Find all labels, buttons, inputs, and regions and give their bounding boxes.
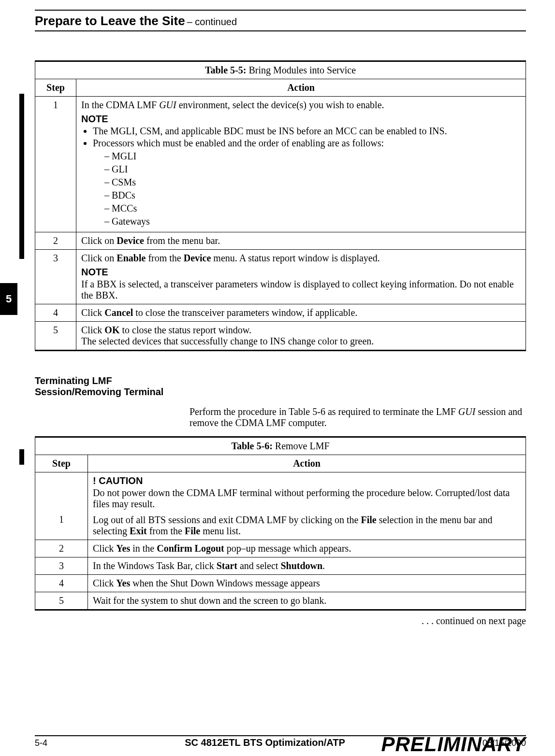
text: GUI xyxy=(159,100,176,110)
page-title-continued: – continued xyxy=(187,16,237,27)
page-header: Prepare to Leave the Site – continued xyxy=(35,14,526,29)
list-item: BDCs xyxy=(104,190,521,201)
action-cell: Click on Device from the menu bar. xyxy=(76,232,526,250)
text: Yes xyxy=(116,543,130,554)
action-cell: ! CAUTION Do not power down the CDMA LMF… xyxy=(88,472,526,540)
text: In the Windows Task Bar, click xyxy=(93,560,217,571)
caption-rest: Bring Modules into Service xyxy=(246,65,356,75)
list-item: The MGLI, CSM, and applicable BDC must b… xyxy=(93,126,521,137)
text: Enable xyxy=(117,253,146,263)
text: Confirm Logout xyxy=(157,543,224,554)
caption-label: Table 5-6: xyxy=(231,441,272,451)
table-row: 1 In the CDMA LMF GUI environment, selec… xyxy=(35,97,526,232)
caution-label: ! CAUTION xyxy=(93,475,521,486)
text: . xyxy=(322,560,325,571)
action-cell: Click on Enable from the Device menu. A … xyxy=(76,250,526,304)
text: Click xyxy=(93,578,116,588)
table-row: 4 Click Cancel to close the transceiver … xyxy=(35,304,526,322)
text: Click xyxy=(81,325,104,335)
text: Cancel xyxy=(104,307,133,318)
step-number: 5 xyxy=(35,322,76,351)
text: to close the status report window. xyxy=(119,325,251,335)
note-body: If a BBX is selected, a transceiver para… xyxy=(81,279,514,300)
table-row: 3 In the Windows Task Bar, click Start a… xyxy=(35,557,526,575)
table-row: 2 Click on Device from the menu bar. xyxy=(35,232,526,250)
text: Log out of all BTS sessions and exit CDM… xyxy=(93,514,361,525)
step-number: 3 xyxy=(35,557,88,575)
table-caption: Table 5-6: Remove LMF xyxy=(35,436,526,455)
col-action: Action xyxy=(76,79,526,97)
text: menu. A status report window is displaye… xyxy=(211,253,380,263)
text: GUI xyxy=(458,406,476,417)
text: Wait for the system to shut down and the… xyxy=(93,595,326,606)
list-item: Processors which must be enabled and the… xyxy=(93,138,521,227)
col-action: Action xyxy=(88,455,526,472)
text: when the Shut Down Windows message appea… xyxy=(130,578,320,588)
list-item: MGLI xyxy=(104,151,521,162)
caution-body: Do not power down the CDMA LMF terminal … xyxy=(93,487,510,509)
note-label: NOTE xyxy=(81,267,521,278)
text: Perform the procedure in Table 5-6 as re… xyxy=(190,406,458,417)
step-number: 5 xyxy=(35,592,88,610)
text: to close the transceiver parameters wind… xyxy=(133,307,357,318)
text: in the xyxy=(130,543,157,554)
list-item: Gateways xyxy=(104,216,521,227)
text: Device xyxy=(184,253,211,263)
col-step: Step xyxy=(35,455,88,472)
text: menu list. xyxy=(200,526,241,536)
body-paragraph: Perform the procedure in Table 5-6 as re… xyxy=(190,406,526,428)
text: from the xyxy=(146,253,183,263)
table-row: 3 Click on Enable from the Device menu. … xyxy=(35,250,526,304)
table-caption: Table 5-5: Bring Modules into Service xyxy=(35,60,526,79)
text: Click on xyxy=(81,235,117,246)
list-item: CSMs xyxy=(104,177,521,188)
step-number: 1 xyxy=(35,472,88,540)
caption-rest: Remove LMF xyxy=(273,441,330,451)
list-item: GLI xyxy=(104,164,521,175)
text: Session/Removing Terminal xyxy=(35,386,163,397)
text: OK xyxy=(104,325,119,335)
text: Device xyxy=(117,235,144,246)
preliminary-watermark: PRELIMINARY xyxy=(381,733,526,756)
table-row: 2 Click Yes in the Confirm Logout pop–up… xyxy=(35,540,526,557)
text: Click xyxy=(93,543,116,554)
text: Click on xyxy=(81,253,117,263)
table-5-5: Table 5-5: Bring Modules into Service St… xyxy=(35,60,526,351)
text: Click xyxy=(81,307,104,318)
action-cell: In the Windows Task Bar, click Start and… xyxy=(88,557,526,575)
table-row: 4 Click Yes when the Shut Down Windows m… xyxy=(35,575,526,592)
text: Shutdown xyxy=(280,560,322,571)
action-cell: Wait for the system to shut down and the… xyxy=(88,592,526,610)
text: Processors which must be enabled and the… xyxy=(93,138,384,148)
doc-title: SC 4812ETL BTS Optimization/ATP xyxy=(185,737,345,748)
action-cell: Click Cancel to close the transceiver pa… xyxy=(76,304,526,322)
action-cell: Click Yes in the Confirm Logout pop–up m… xyxy=(88,540,526,557)
caption-label: Table 5-5: xyxy=(205,65,246,75)
text: The selected devices that successfully c… xyxy=(81,336,374,346)
text: and select xyxy=(237,560,280,571)
action-cell: Click OK to close the status report wind… xyxy=(76,322,526,351)
text: pop–up message which appears. xyxy=(224,543,351,554)
col-step: Step xyxy=(35,79,76,97)
text: environment, select the device(s) you wi… xyxy=(176,100,384,110)
action-cell: Click Yes when the Shut Down Windows mes… xyxy=(88,575,526,592)
page-title: Prepare to Leave the Site xyxy=(35,14,185,28)
text: File xyxy=(361,514,376,525)
text: In the CDMA LMF xyxy=(81,100,159,110)
text: Start xyxy=(217,560,237,571)
step-number: 1 xyxy=(35,97,76,232)
text: from the menu bar. xyxy=(144,235,220,246)
continued-note: . . . continued on next page xyxy=(35,615,526,627)
list-item: MCCs xyxy=(104,203,521,214)
chapter-tab: 5 xyxy=(0,283,17,315)
step-number: 4 xyxy=(35,304,76,322)
step-number: 2 xyxy=(35,232,76,250)
text: from the xyxy=(147,526,185,536)
text: Terminating LMF xyxy=(35,375,112,386)
text: File xyxy=(185,526,200,536)
step-number: 3 xyxy=(35,250,76,304)
note-label: NOTE xyxy=(81,114,521,125)
text: Yes xyxy=(116,578,130,588)
table-row: 1 ! CAUTION Do not power down the CDMA L… xyxy=(35,472,526,540)
table-row: 5 Wait for the system to shut down and t… xyxy=(35,592,526,610)
